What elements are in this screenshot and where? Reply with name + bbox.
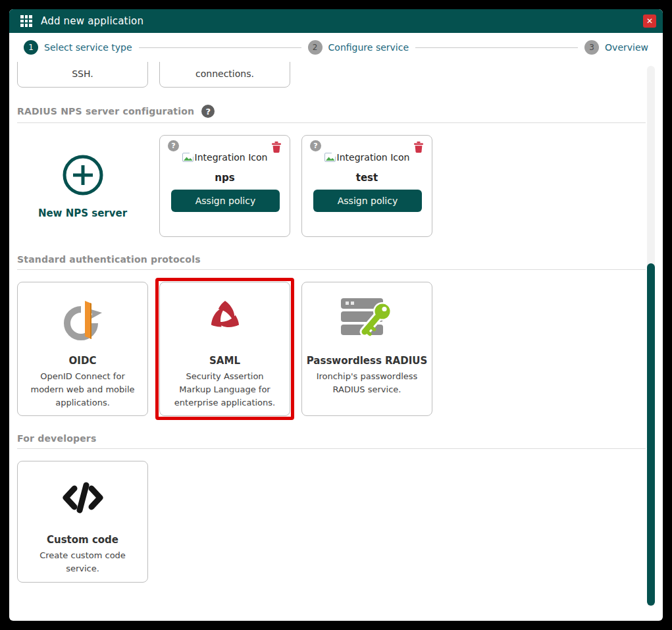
service-card-passwordless-radius[interactable]: Passwordless RADIUS Ironchip's passwordl… — [301, 282, 432, 416]
wizard-stepper: 1 Select service type 2 Configure servic… — [9, 33, 663, 62]
code-brackets-icon — [61, 476, 105, 519]
service-description: Ironchip's passwordless RADIUS service. — [312, 370, 423, 396]
assign-policy-button[interactable]: Assign policy — [171, 190, 280, 212]
help-icon[interactable]: ? — [310, 140, 321, 151]
apps-grid-icon — [20, 15, 32, 27]
protocols-row: OIDC OpenID Connect for modern web and m… — [17, 282, 646, 416]
scrollbar-track[interactable] — [647, 66, 655, 607]
integration-icon-broken-image: Integration Icon — [302, 152, 432, 163]
modal-titlebar: Add new application ✕ — [9, 9, 663, 33]
new-nps-server-label: New NPS server — [38, 207, 127, 219]
section-nps-header: RADIUS NPS server configuration ? — [17, 105, 646, 118]
image-alt-text: Integration Icon — [195, 152, 268, 163]
service-description: OpenID Connect for modern web and mobile… — [28, 370, 138, 409]
help-icon[interactable]: ? — [201, 105, 215, 118]
nps-server-card-test: ? Integration Icon test — [301, 135, 432, 237]
card-text: SSH. — [72, 68, 93, 79]
plus-circle-icon — [61, 153, 105, 197]
delete-trash-icon[interactable] — [414, 142, 423, 153]
section-title: RADIUS NPS server configuration — [17, 106, 194, 117]
step-connector — [139, 47, 301, 48]
server-key-icon — [340, 297, 395, 340]
step-1-circle: 1 — [24, 40, 38, 55]
service-title: OIDC — [69, 355, 97, 367]
step-2-label: Configure service — [328, 42, 409, 53]
section-divider — [17, 448, 646, 449]
help-icon[interactable]: ? — [168, 140, 179, 151]
step-2-circle: 2 — [308, 40, 323, 55]
scroll-content: SSH. connections. RADIUS NPS server conf… — [9, 62, 663, 583]
step-3-circle: 3 — [584, 40, 599, 55]
service-card-saml[interactable]: SAML Security Assertion Markup Language … — [159, 282, 290, 416]
service-title: SAML — [209, 355, 240, 367]
step-overview: 3 Overview — [584, 40, 648, 55]
section-title: For developers — [17, 433, 97, 444]
step-configure-service: 2 Configure service — [308, 40, 409, 55]
step-connector — [415, 47, 578, 48]
service-card-custom-code[interactable]: Custom code Create custom code service. — [17, 461, 148, 583]
nps-server-name: nps — [160, 172, 290, 184]
broken-image-icon — [324, 153, 336, 162]
step-1-label: Select service type — [44, 42, 132, 53]
assign-policy-button[interactable]: Assign policy — [313, 190, 422, 212]
nps-server-name: test — [302, 172, 432, 184]
scrollbar-thumb[interactable] — [647, 263, 655, 606]
section-title: Standard authentication protocols — [17, 254, 201, 265]
service-card-partial-ssh[interactable]: SSH. — [17, 62, 148, 88]
service-description: Security Assertion Markup Language for e… — [170, 370, 280, 409]
image-alt-text: Integration Icon — [337, 152, 410, 163]
modal-title: Add new application — [41, 15, 143, 27]
delete-trash-icon[interactable] — [272, 142, 281, 153]
close-icon[interactable]: ✕ — [643, 14, 656, 28]
nps-server-card-nps: ? Integration Icon nps — [159, 135, 290, 237]
saml-logo-icon — [203, 297, 247, 340]
section-divider — [17, 122, 646, 123]
broken-image-icon — [182, 153, 194, 162]
service-description: Create custom code service. — [28, 549, 138, 575]
service-title: Custom code — [47, 534, 118, 546]
developers-row: Custom code Create custom code service. — [17, 461, 646, 583]
oidc-logo-icon — [61, 297, 105, 340]
new-nps-server-button[interactable]: New NPS server — [17, 135, 148, 237]
step-select-service-type: 1 Select service type — [24, 40, 132, 55]
section-protocols-header: Standard authentication protocols — [17, 254, 646, 265]
service-title: Passwordless RADIUS — [307, 355, 427, 367]
section-developers-header: For developers — [17, 433, 646, 444]
step-3-label: Overview — [605, 42, 648, 53]
service-card-oidc[interactable]: OIDC OpenID Connect for modern web and m… — [17, 282, 148, 416]
clipped-card-row: SSH. connections. — [17, 62, 646, 88]
integration-icon-broken-image: Integration Icon — [160, 152, 290, 163]
card-text: connections. — [195, 68, 254, 79]
add-application-modal: Add new application ✕ 1 Select service t… — [9, 9, 663, 621]
nps-server-row: New NPS server ? I — [17, 135, 646, 237]
section-divider — [17, 269, 646, 270]
service-card-partial-connections[interactable]: connections. — [159, 62, 290, 88]
